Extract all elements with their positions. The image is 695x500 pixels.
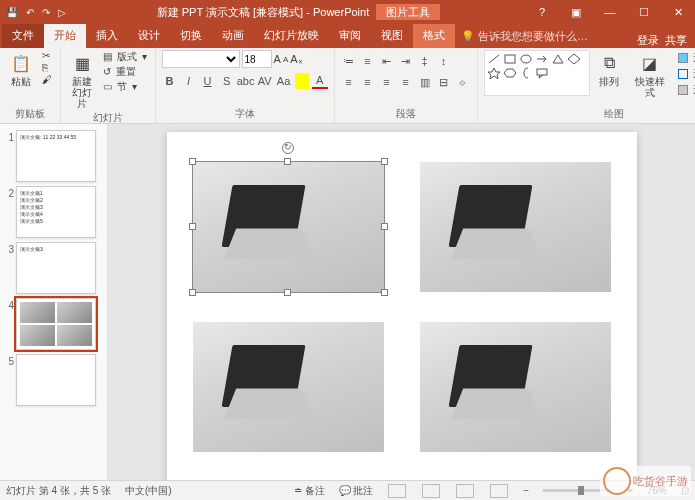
resize-handle[interactable]	[381, 223, 388, 230]
resize-handle[interactable]	[189, 158, 196, 165]
cut-button[interactable]: ✂	[40, 50, 54, 61]
group-label: 绘图	[484, 107, 695, 123]
slide-thumb-4[interactable]	[16, 298, 96, 350]
rotate-handle[interactable]	[282, 142, 294, 154]
tab-insert[interactable]: 插入	[86, 24, 128, 48]
resize-handle[interactable]	[284, 158, 291, 165]
tell-me-box[interactable]: 💡 告诉我您想要做什么…	[455, 25, 594, 48]
shrink-font-button[interactable]: A	[283, 55, 288, 64]
share-button[interactable]: 共享	[665, 33, 687, 48]
picture-3[interactable]	[193, 322, 384, 452]
shape-outline-button[interactable]: 形状轮廓 ▾	[676, 66, 695, 82]
close-icon[interactable]: ✕	[661, 6, 695, 19]
language-indicator[interactable]: 中文(中国)	[125, 484, 172, 498]
numbering-button[interactable]: ≡	[360, 53, 376, 69]
slide-canvas-area: 单击此处添加备注	[108, 124, 695, 480]
tab-file[interactable]: 文件	[2, 24, 44, 48]
thumb-number: 1	[4, 130, 14, 143]
current-slide[interactable]	[167, 132, 637, 480]
maximize-icon[interactable]: ☐	[627, 6, 661, 19]
status-bar: 幻灯片 第 4 张，共 5 张 中文(中国) ≐ 备注 💬 批注 − + 76%…	[0, 480, 695, 500]
login-button[interactable]: 登录	[637, 33, 659, 48]
highlight-button[interactable]	[295, 73, 309, 89]
arrange-label: 排列	[599, 76, 619, 87]
bullets-button[interactable]: ≔	[341, 53, 357, 69]
slide-thumb-5[interactable]	[16, 354, 96, 406]
justify-button[interactable]: ≡	[398, 74, 414, 90]
text-direction-button[interactable]: ↕	[436, 53, 452, 69]
picture-1[interactable]	[193, 162, 384, 292]
shapes-gallery[interactable]	[484, 50, 591, 96]
shape-star-icon	[487, 67, 501, 79]
save-icon[interactable]: 💾	[6, 7, 18, 18]
tab-transitions[interactable]: 切换	[170, 24, 212, 48]
decrease-indent-button[interactable]: ⇤	[379, 53, 395, 69]
columns-button[interactable]: ▥	[417, 74, 433, 90]
font-color-button[interactable]: A	[312, 73, 328, 89]
ribbon-options-icon[interactable]: ▣	[559, 6, 593, 19]
align-center-button[interactable]: ≡	[360, 74, 376, 90]
align-left-button[interactable]: ≡	[341, 74, 357, 90]
line-spacing-button[interactable]: ‡	[417, 53, 433, 69]
slideshow-icon[interactable]: ▷	[58, 7, 66, 18]
reset-button[interactable]: ↺ 重置	[101, 65, 149, 79]
help-icon[interactable]: ?	[525, 6, 559, 19]
resize-handle[interactable]	[381, 158, 388, 165]
copy-button[interactable]: ⎘	[40, 62, 54, 73]
shape-effects-button[interactable]: 形状效果 ▾	[676, 82, 695, 98]
tab-review[interactable]: 审阅	[329, 24, 371, 48]
picture-4[interactable]	[420, 322, 611, 452]
quick-styles-button[interactable]: ◪ 快速样式	[628, 50, 671, 100]
spacing-button[interactable]: AV	[257, 73, 273, 89]
tab-design[interactable]: 设计	[128, 24, 170, 48]
slide-thumb-3[interactable]: 演示文稿3	[16, 242, 96, 294]
normal-view-button[interactable]	[388, 484, 406, 498]
shadow-button[interactable]: abc	[238, 73, 254, 89]
shape-fill-button[interactable]: 形状填充 ▾	[676, 50, 695, 66]
section-button[interactable]: ▭ 节 ▾	[101, 80, 149, 94]
tab-slideshow[interactable]: 幻灯片放映	[254, 24, 329, 48]
italic-button[interactable]: I	[181, 73, 197, 89]
increase-indent-button[interactable]: ⇥	[398, 53, 414, 69]
align-text-button[interactable]: ⊟	[436, 74, 452, 90]
tab-home[interactable]: 开始	[44, 24, 86, 48]
slide-thumb-1[interactable]: 演示文稿: 11 22 33 44 55	[16, 130, 96, 182]
layout-button[interactable]: ▤ 版式 ▾	[101, 50, 149, 64]
grow-font-button[interactable]: A	[274, 53, 281, 65]
arrange-button[interactable]: ⧉ 排列	[594, 50, 624, 89]
bold-button[interactable]: B	[162, 73, 178, 89]
align-right-button[interactable]: ≡	[379, 74, 395, 90]
new-slide-button[interactable]: ▦ 新建 幻灯片	[67, 50, 97, 111]
paste-icon: 📋	[10, 52, 32, 74]
slide-thumb-2[interactable]: 演示文稿1 演示文稿2 演示文稿3 演示文稿4 演示文稿5	[16, 186, 96, 238]
format-painter-button[interactable]: 🖌	[40, 74, 54, 85]
paste-button[interactable]: 📋 粘贴	[6, 50, 36, 89]
tab-animations[interactable]: 动画	[212, 24, 254, 48]
slide-counter: 幻灯片 第 4 张，共 5 张	[6, 484, 111, 498]
resize-handle[interactable]	[189, 289, 196, 296]
case-button[interactable]: Aa	[276, 73, 292, 89]
zoom-out-button[interactable]: −	[523, 485, 529, 496]
window-title: 新建 PPT 演示文稿 [兼容模式] - PowerPoint 图片工具	[72, 5, 525, 20]
resize-handle[interactable]	[284, 289, 291, 296]
quick-styles-label: 快速样式	[632, 76, 667, 98]
slideshow-view-button[interactable]	[490, 484, 508, 498]
strike-button[interactable]: S	[219, 73, 235, 89]
font-name-select[interactable]	[162, 50, 240, 68]
reading-view-button[interactable]	[456, 484, 474, 498]
notes-toggle[interactable]: ≐ 备注	[294, 484, 325, 498]
sorter-view-button[interactable]	[422, 484, 440, 498]
undo-icon[interactable]: ↶	[26, 7, 34, 18]
smartart-button[interactable]: ⟐	[455, 74, 471, 90]
resize-handle[interactable]	[189, 223, 196, 230]
minimize-icon[interactable]: ―	[593, 6, 627, 19]
font-size-input[interactable]	[242, 50, 272, 68]
redo-icon[interactable]: ↷	[42, 7, 50, 18]
resize-handle[interactable]	[381, 289, 388, 296]
comments-toggle[interactable]: 💬 批注	[339, 484, 374, 498]
tab-view[interactable]: 视图	[371, 24, 413, 48]
clear-format-button[interactable]: Aₓ	[290, 53, 302, 66]
tab-format[interactable]: 格式	[413, 24, 455, 48]
picture-2[interactable]	[420, 162, 611, 292]
underline-button[interactable]: U	[200, 73, 216, 89]
